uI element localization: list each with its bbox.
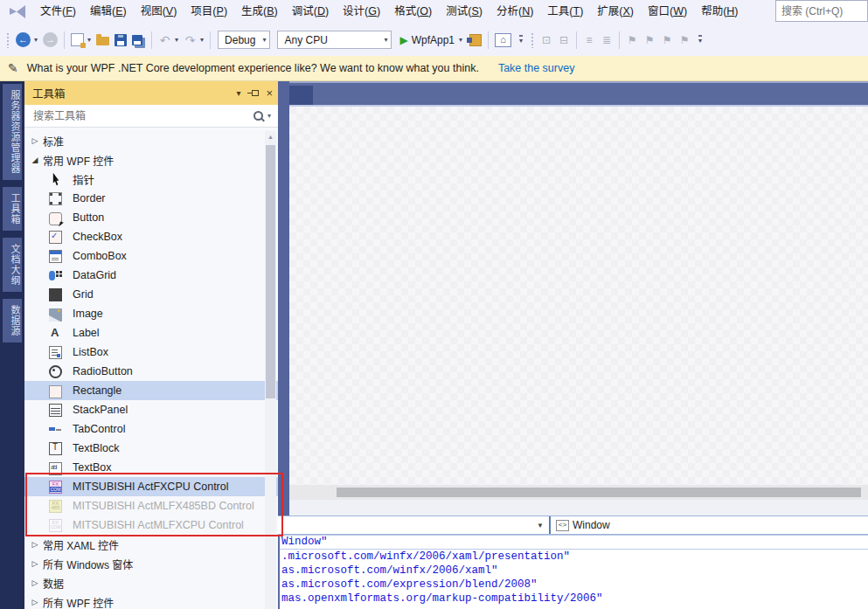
toolbox-item-Border[interactable]: Border (24, 189, 278, 208)
toolbox-group-所有 Windows 窗体[interactable]: ▷所有 Windows 窗体 (24, 554, 278, 573)
xaml-code-line[interactable]: as.microsoft.com/winfx/2006/xaml" (280, 564, 868, 578)
chevron-down-icon[interactable]: ▾ (175, 36, 178, 44)
toolbox-item-Rectangle[interactable]: Rectangle (24, 381, 278, 400)
chevron-down-icon[interactable]: ▾ (34, 36, 38, 44)
toolbox-item-RadioButton[interactable]: RadioButton (24, 362, 278, 381)
triangle-collapsed-icon[interactable]: ▷ (30, 540, 40, 549)
save-icon[interactable] (115, 34, 127, 46)
toolbar-overflow-icon[interactable]: ▾ (698, 35, 702, 45)
toolbox-search-input[interactable] (31, 109, 253, 123)
chevron-down-icon[interactable]: ▾ (87, 36, 91, 44)
new-project-icon[interactable] (71, 33, 84, 46)
document-tab[interactable] (289, 86, 313, 107)
triangle-collapsed-icon[interactable]: ▷ (30, 136, 40, 145)
menu-item-V[interactable]: 视图(V) (134, 0, 184, 24)
tool-window-tab-工具箱[interactable]: 工具箱 (3, 187, 22, 231)
triangle-collapsed-icon[interactable]: ▷ (30, 578, 40, 587)
panel-divider[interactable] (278, 81, 289, 516)
triangle-expanded-icon[interactable]: ◢ (30, 156, 40, 164)
toolbox-item-MITSUBISHI ActMLFX485BD Control[interactable]: MITSUBISHI ActMLFX485BD Control (24, 496, 278, 516)
take-survey-link[interactable]: Take the survey (498, 62, 575, 74)
toolbox-item-DataGrid[interactable]: DataGrid (24, 266, 278, 285)
toolbar-grip[interactable] (6, 32, 10, 48)
bookmark-icon[interactable]: ⚑ (626, 33, 638, 47)
toolbox-item-TextBox[interactable]: TextBox (24, 458, 278, 477)
solution-config-combo[interactable]: Debug▾ (218, 31, 270, 49)
bookmark-clear-icon[interactable]: ⚑ (678, 33, 691, 47)
xaml-code-editor[interactable]: Window".microsoft.com/winfx/2006/xaml/pr… (278, 535, 868, 609)
menu-item-T[interactable]: 工具(T) (540, 0, 590, 24)
toolbox-item-Grid[interactable]: Grid (24, 285, 278, 304)
menu-item-B[interactable]: 生成(B) (234, 0, 285, 24)
xaml-code-line[interactable]: as.microsoft.com/expression/blend/2008" (280, 578, 868, 592)
toolbox-item-CheckBox[interactable]: CheckBox (24, 227, 278, 246)
comment-icon[interactable]: ⊡ (540, 33, 552, 47)
toolbox-item-ComboBox[interactable]: ComboBox (24, 246, 278, 266)
nav-forward-icon[interactable]: → (43, 32, 58, 47)
design-canvas[interactable] (289, 107, 868, 485)
type-dropdown[interactable]: ▼ (278, 516, 549, 534)
decrease-indent-icon[interactable]: ≡ (583, 33, 595, 47)
auto-hide-pin-icon[interactable] (247, 88, 259, 98)
toolbox-item-ListBox[interactable]: ListBox (24, 343, 278, 362)
menu-item-F[interactable]: 文件(F) (33, 0, 83, 24)
menu-item-S[interactable]: 测试(S) (439, 0, 490, 24)
toolbox-item-指针[interactable]: 指针 (24, 170, 278, 189)
toolbox-vertical-scrollbar[interactable]: ▲ (265, 131, 276, 609)
designer-horizontal-scrollbar[interactable] (289, 485, 868, 500)
undo-icon[interactable]: ↶ (158, 33, 171, 47)
element-dropdown[interactable]: Window (573, 519, 610, 531)
toolbox-item-TextBlock[interactable]: TextBlock (24, 439, 278, 458)
menu-item-E[interactable]: 编辑(E) (83, 0, 134, 24)
close-icon[interactable]: × (266, 87, 273, 99)
toolbox-item-MITSUBISHI ActMLFXCPU Control[interactable]: MITSUBISHI ActMLFXCPU Control (24, 516, 278, 535)
xaml-code-line[interactable]: Window" (280, 535, 868, 550)
menu-item-D[interactable]: 调试(D) (285, 0, 336, 24)
redo-icon[interactable]: ↷ (184, 33, 197, 47)
menu-item-N[interactable]: 分析(N) (490, 0, 540, 24)
search-icon[interactable] (253, 111, 263, 121)
triangle-collapsed-icon[interactable]: ▷ (30, 598, 40, 606)
menu-item-G[interactable]: 设计(G) (336, 0, 387, 24)
toolbox-group-标准[interactable]: ▷标准 (24, 131, 278, 150)
toolbox-group-常用 XAML 控件[interactable]: ▷常用 XAML 控件 (24, 535, 278, 554)
quick-search-input[interactable] (775, 0, 868, 22)
chevron-down-icon[interactable]: ▾ (200, 36, 204, 44)
bookmark-prev-icon[interactable]: ⚑ (643, 33, 656, 47)
attach-process-icon[interactable] (469, 34, 482, 46)
chevron-down-icon[interactable]: ▾ (267, 112, 271, 120)
scrollbar-thumb[interactable] (337, 488, 861, 497)
uncomment-icon[interactable]: ⊟ (558, 33, 570, 47)
toolbox-group-数据[interactable]: ▷数据 (24, 573, 278, 592)
menu-item-P[interactable]: 项目(P) (184, 0, 234, 24)
window-position-icon[interactable]: ▾ (236, 88, 240, 98)
tool-window-tab-文档大纲[interactable]: 文档大纲 (3, 238, 22, 292)
xaml-code-line[interactable]: .microsoft.com/winfx/2006/xaml/presentat… (280, 550, 868, 564)
live-visual-tree-icon[interactable]: ⌂ (495, 33, 511, 47)
toolbox-item-TabControl[interactable]: TabControl (24, 419, 278, 439)
tool-window-tab-服务器资源管理器[interactable]: 服务器资源管理器 (3, 84, 22, 180)
toolbar-overflow-icon[interactable]: ▾ (519, 35, 523, 45)
save-all-icon[interactable] (132, 35, 142, 45)
menu-item-W[interactable]: 窗口(W) (641, 0, 694, 24)
xaml-code-line[interactable]: mas.openxmlformats.org/markup-compatibil… (280, 592, 868, 606)
toolbox-item-StackPanel[interactable]: StackPanel (24, 400, 278, 419)
toolbox-item-MITSUBISHI ActFXCPU Control[interactable]: MITSUBISHI ActFXCPU Control (24, 477, 278, 496)
menu-item-X[interactable]: 扩展(X) (590, 0, 641, 24)
solution-platform-combo[interactable]: Any CPU▾ (277, 31, 392, 49)
toolbox-item-Image[interactable]: Image (24, 304, 278, 323)
toolbar-grip[interactable] (531, 32, 535, 48)
bookmark-next-icon[interactable]: ⚑ (661, 33, 673, 47)
menu-item-H[interactable]: 帮助(H) (694, 0, 745, 24)
tool-window-tab-数据源[interactable]: 数据源 (3, 299, 22, 343)
nav-back-icon[interactable]: ← (16, 32, 31, 47)
toolbox-group-所有 WPF 控件[interactable]: ▷所有 WPF 控件 (24, 592, 278, 609)
triangle-collapsed-icon[interactable]: ▷ (30, 559, 40, 568)
toolbox-item-Label[interactable]: Label (24, 323, 278, 343)
toolbox-item-Button[interactable]: Button (24, 208, 278, 227)
increase-indent-icon[interactable]: ≣ (601, 33, 613, 47)
scroll-up-arrow-icon[interactable]: ▲ (265, 131, 276, 143)
start-debug-button[interactable]: ▶WpfApp1▾ (399, 34, 462, 46)
toolbox-group-常用 WPF 控件[interactable]: ◢常用 WPF 控件 (24, 150, 278, 170)
scrollbar-thumb[interactable] (266, 145, 275, 398)
